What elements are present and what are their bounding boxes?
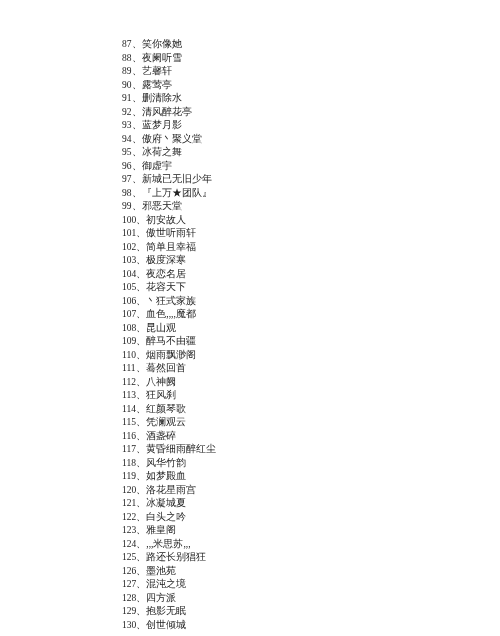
separator: 、 — [136, 458, 146, 468]
separator: 、 — [136, 471, 146, 481]
list-item: 87、笑你像她 — [122, 38, 500, 52]
item-number: 97 — [122, 174, 132, 184]
separator: 、 — [132, 174, 142, 184]
item-text: 混沌之境 — [146, 579, 186, 589]
item-text: 红颜琴歌 — [146, 404, 186, 414]
separator: 、 — [136, 336, 146, 346]
list-item: 114、红颜琴歌 — [122, 403, 500, 417]
list-item: 111、蓦然回首 — [122, 362, 500, 376]
list-item: 125、路还长别猖狂 — [122, 551, 500, 565]
separator: 、 — [132, 147, 142, 157]
list-item: 118、风华竹韵 — [122, 457, 500, 471]
list-item: 108、昆山观 — [122, 322, 500, 336]
separator: 、 — [136, 269, 146, 279]
item-number: 102 — [122, 242, 136, 252]
item-number: 123 — [122, 525, 136, 535]
item-number: 87 — [122, 39, 132, 49]
item-number: 127 — [122, 579, 136, 589]
separator: 、 — [132, 53, 142, 63]
separator: 、 — [136, 390, 146, 400]
item-text: 蓝梦月影 — [142, 120, 182, 130]
list-item: 91、删清除水 — [122, 92, 500, 106]
list-item: 95、冰荷之舞 — [122, 146, 500, 160]
item-text: 创世倾城 — [146, 620, 186, 630]
item-text: 冰凝城夏 — [146, 498, 186, 508]
item-number: 108 — [122, 323, 136, 333]
item-number: 126 — [122, 566, 136, 576]
item-number: 94 — [122, 134, 132, 144]
separator: 、 — [136, 323, 146, 333]
item-number: 104 — [122, 269, 136, 279]
item-text: 极度深寒 — [146, 255, 186, 265]
list-item: 109、醉马不由疆 — [122, 335, 500, 349]
item-number: 121 — [122, 498, 136, 508]
item-text: 清风醉花亭 — [142, 107, 192, 117]
item-number: 119 — [122, 471, 136, 481]
list-item: 89、艺馨轩 — [122, 65, 500, 79]
list-item: 102、简单且幸福 — [122, 241, 500, 255]
item-number: 107 — [122, 309, 136, 319]
item-text: 八神阙 — [146, 377, 176, 387]
list-item: 107、血色,,,,魔都 — [122, 308, 500, 322]
item-number: 98 — [122, 188, 132, 198]
item-number: 109 — [122, 336, 136, 346]
list-item: 129、抱影无眠 — [122, 605, 500, 619]
item-number: 88 — [122, 53, 132, 63]
item-number: 112 — [122, 377, 136, 387]
item-text: 露莺亭 — [142, 80, 172, 90]
separator: 、 — [136, 498, 146, 508]
item-text: 初安故人 — [146, 215, 186, 225]
item-number: 116 — [122, 431, 136, 441]
item-text: 删清除水 — [142, 93, 182, 103]
separator: 、 — [136, 606, 146, 616]
item-number: 117 — [122, 444, 136, 454]
item-number: 99 — [122, 201, 132, 211]
item-number: 89 — [122, 66, 132, 76]
item-number: 113 — [122, 390, 136, 400]
item-text: 风华竹韵 — [146, 458, 186, 468]
separator: 、 — [136, 593, 146, 603]
list-item: 121、冰凝城夏 — [122, 497, 500, 511]
separator: 、 — [136, 350, 146, 360]
item-number: 105 — [122, 282, 136, 292]
separator: 、 — [136, 215, 146, 225]
separator: 、 — [132, 93, 142, 103]
item-text: 花容天下 — [146, 282, 186, 292]
item-text: 傲世听雨轩 — [146, 228, 196, 238]
item-number: 118 — [122, 458, 136, 468]
item-number: 95 — [122, 147, 132, 157]
separator: 、 — [136, 255, 146, 265]
item-text: 御虚宇 — [142, 161, 172, 171]
separator: 、 — [136, 566, 146, 576]
separator: 、 — [136, 485, 146, 495]
item-number: 114 — [122, 404, 136, 414]
list-item: 100、初安故人 — [122, 214, 500, 228]
list-item: 103、极度深寒 — [122, 254, 500, 268]
item-number: 90 — [122, 80, 132, 90]
item-text: 四方派 — [146, 593, 176, 603]
item-number: 91 — [122, 93, 132, 103]
item-text: 凭澜观云 — [146, 417, 186, 427]
item-text: 夜恋名居 — [146, 269, 186, 279]
separator: 、 — [136, 282, 146, 292]
separator: 、 — [136, 377, 146, 387]
item-text: 狂风刹 — [146, 390, 176, 400]
list-item: 119、如梦殿血 — [122, 470, 500, 484]
item-text: 傲府丶聚义堂 — [142, 134, 202, 144]
separator: 、 — [136, 404, 146, 414]
separator: 、 — [136, 539, 146, 549]
item-number: 129 — [122, 606, 136, 616]
item-text: 醉马不由疆 — [146, 336, 196, 346]
item-number: 106 — [122, 296, 136, 306]
item-number: 93 — [122, 120, 132, 130]
item-text: 简单且幸福 — [146, 242, 196, 252]
separator: 、 — [136, 620, 146, 630]
separator: 、 — [132, 134, 142, 144]
item-number: 124 — [122, 539, 136, 549]
separator: 、 — [132, 188, 142, 198]
item-text: 昆山观 — [146, 323, 176, 333]
list-item: 90、露莺亭 — [122, 79, 500, 93]
item-number: 125 — [122, 552, 136, 562]
item-text: 抱影无眠 — [146, 606, 186, 616]
separator: 、 — [132, 107, 142, 117]
